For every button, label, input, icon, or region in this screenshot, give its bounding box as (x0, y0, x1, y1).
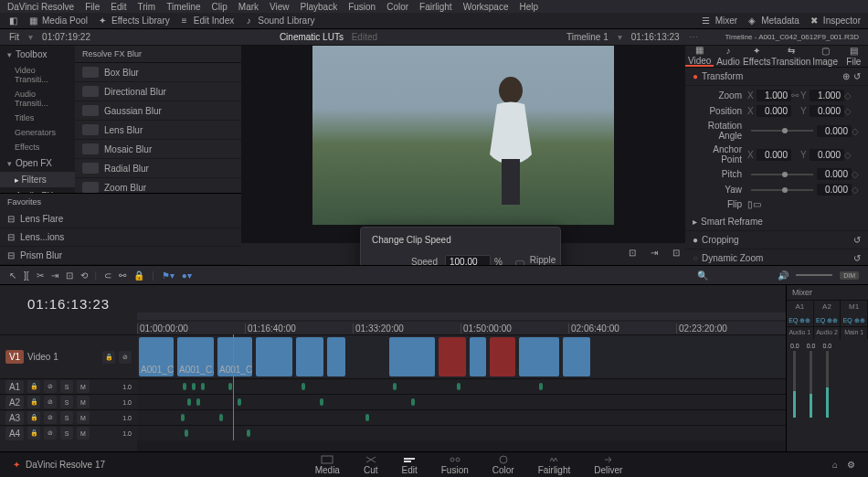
inspector-tab-audio[interactable]: ♪Audio (714, 46, 742, 67)
replace-tool[interactable]: ⟲ (80, 270, 88, 281)
fader-a2[interactable]: 0.0 (803, 339, 820, 421)
pos-x[interactable]: 0.000 (757, 105, 791, 117)
fx-directional-blur[interactable]: Directional Blur (75, 82, 241, 101)
inspector-button[interactable]: ✖Inspector (809, 16, 861, 26)
fx-lens-blur[interactable]: Lens Blur (75, 121, 241, 140)
mixer-m1[interactable]: M1 (841, 301, 868, 315)
timeline-dropdown[interactable]: Timeline 1 (566, 32, 609, 42)
clip-7[interactable] (389, 337, 435, 376)
fx-gaussian-blur[interactable]: Gaussian Blur (75, 101, 241, 121)
pitch-slider[interactable] (751, 174, 813, 175)
smart-reframe-section[interactable]: ▸Smart Reframe (685, 213, 868, 231)
mixer-button[interactable]: ☰Mixer (701, 16, 737, 26)
page-cut[interactable]: Cut (364, 455, 378, 475)
menu-fusion[interactable]: Fusion (348, 2, 376, 12)
clip-3[interactable]: A001_C... (217, 337, 252, 376)
flip-v[interactable]: ▭ (753, 199, 761, 209)
menu-timeline[interactable]: Timeline (166, 2, 200, 12)
anchor-y[interactable]: 0.000 (810, 149, 844, 161)
effects-library-button[interactable]: ✦Effects Library (97, 16, 170, 26)
video-track-1[interactable]: A001_C042 A001_C... A001_C... (137, 334, 786, 378)
pitch-val[interactable]: 0.000 (817, 168, 852, 180)
edit-index-button[interactable]: ≡Edit Index (179, 16, 234, 26)
inspector-tab-effects[interactable]: ✦Effects (743, 46, 771, 67)
audio-track-2[interactable] (137, 394, 786, 409)
settings-button[interactable]: ⚙ (847, 460, 855, 470)
clip-11[interactable] (519, 337, 559, 376)
dim-button[interactable]: DIM (840, 271, 859, 280)
inspector-tab-transition[interactable]: ⇆Transition (771, 46, 811, 67)
transform-section[interactable]: ●Transform⊕↺ (685, 68, 868, 86)
audio-track-3[interactable] (137, 409, 786, 425)
overwrite-tool[interactable]: ⊡ (66, 270, 73, 281)
page-media[interactable]: Media (315, 455, 340, 475)
a3-track-header[interactable]: A3🔒⊘SM1.0 (0, 409, 137, 425)
speed-input[interactable] (445, 255, 491, 265)
media-pool-button[interactable]: ▦Media Pool (27, 16, 88, 26)
audio-track-4[interactable] (137, 425, 786, 440)
clip-6[interactable] (327, 337, 345, 376)
fx-box-blur[interactable]: Box Blur (75, 63, 241, 82)
link-button[interactable]: ⚯ (119, 270, 126, 281)
toolbox-header[interactable]: ▾ Toolbox (0, 46, 75, 63)
audio-track-1[interactable] (137, 378, 786, 394)
clip-8[interactable] (439, 337, 466, 376)
yaw-val[interactable]: 0.000 (817, 184, 852, 196)
metadata-button[interactable]: ◈Metadata (746, 16, 799, 26)
fav-lens-ions[interactable]: ⊟Lens...ions (0, 228, 241, 247)
inspector-tab-file[interactable]: ▤File (840, 46, 868, 67)
menubar[interactable]: DaVinci Resolve File Edit Trim Timeline … (0, 0, 868, 13)
volume-icon[interactable]: 🔊 (778, 270, 789, 281)
home-button[interactable]: ⌂ (832, 460, 838, 470)
volume-slider[interactable] (796, 274, 832, 276)
v1-disable[interactable]: ⊘ (119, 351, 132, 364)
clip-10[interactable] (490, 337, 515, 376)
clip-5[interactable] (296, 337, 323, 376)
openfx-header[interactable]: ▾ Open FX (0, 154, 75, 172)
viewer[interactable] (241, 46, 685, 243)
sound-library-button[interactable]: ♪Sound Library (243, 16, 314, 26)
cropping-section[interactable]: ●Cropping↺ (685, 231, 868, 249)
mixer-a1[interactable]: A1 (787, 301, 814, 315)
fader-m1[interactable]: 0.0 (819, 339, 835, 421)
clip-9[interactable] (470, 337, 486, 376)
timeline-content[interactable]: 01:00:00:00 01:16:40:00 01:33:20:00 01:5… (137, 285, 786, 451)
yaw-slider[interactable] (751, 189, 813, 191)
clip-4[interactable] (256, 337, 292, 376)
fx-mosaic-blur[interactable]: Mosaic Blur (75, 140, 241, 159)
match-frame-button[interactable]: ⊡ (629, 248, 641, 260)
page-color[interactable]: Color (492, 455, 514, 475)
menu-edit[interactable]: Edit (111, 2, 126, 12)
page-edit[interactable]: Edit (402, 455, 418, 475)
flag-button[interactable]: ⚑▾ (162, 270, 175, 281)
menu-color[interactable]: Color (386, 2, 408, 12)
pos-y[interactable]: 0.000 (810, 105, 844, 117)
anchor-x[interactable]: 0.000 (757, 149, 791, 161)
playhead[interactable] (233, 334, 234, 440)
collapse-icon[interactable]: ◧ (7, 16, 18, 26)
timeline-ruler[interactable]: 01:00:00:00 01:16:40:00 01:33:20:00 01:5… (137, 322, 786, 334)
a4-track-header[interactable]: A4🔒⊘SM1.0 (0, 425, 137, 440)
fav-prism-blur[interactable]: ⊟Prism Blur (0, 247, 241, 265)
toolbox-generators[interactable]: Generators (0, 125, 75, 140)
a1-track-header[interactable]: A1🔒⊘SM1.0 (0, 378, 137, 394)
zoom-x[interactable]: 1.000 (757, 90, 791, 101)
search-icon[interactable]: 🔍 (697, 270, 708, 281)
menu-playback[interactable]: Playback (301, 2, 338, 12)
page-fairlight[interactable]: Fairlight (538, 455, 571, 475)
inspector-tab-video[interactable]: ▦Video (685, 46, 714, 67)
clip-2[interactable]: A001_C... (177, 337, 214, 376)
toolbox-audio-trans[interactable]: Audio Transiti... (0, 87, 75, 111)
next-edit-button[interactable]: ⇥ (651, 248, 663, 260)
menu-file[interactable]: File (85, 2, 100, 12)
page-fusion[interactable]: Fusion (441, 455, 469, 475)
menu-mark[interactable]: Mark (238, 2, 259, 12)
insert-tool[interactable]: ⇥ (51, 270, 58, 281)
a2-track-header[interactable]: A2🔒⊘SM1.0 (0, 394, 137, 409)
toolbox-effects[interactable]: Effects (0, 140, 75, 154)
rotation-slider[interactable] (751, 130, 813, 132)
menu-davinci[interactable]: DaVinci Resolve (7, 2, 74, 12)
v1-lock[interactable]: 🔒 (102, 351, 115, 364)
dynamic-zoom-section[interactable]: ○Dynamic Zoom↺ (685, 249, 868, 265)
menu-fairlight[interactable]: Fairlight (419, 2, 452, 12)
